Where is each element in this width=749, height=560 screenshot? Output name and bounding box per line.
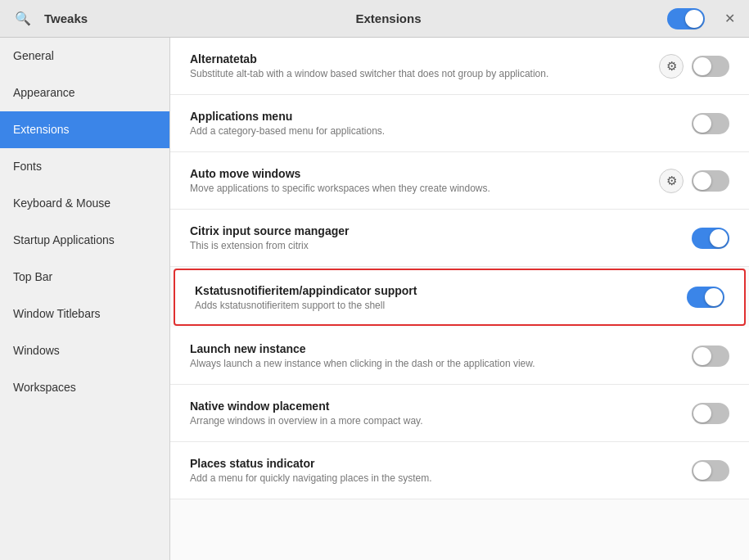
gear-icon: ⚙ — [666, 59, 677, 74]
ext-name-native-window-placement: Native window placement — [190, 400, 692, 413]
toggle-kstatusnotifier[interactable] — [687, 287, 724, 308]
ext-name-kstatusnotifier: Kstatusnotifieritem/appindicator support — [195, 284, 687, 297]
ext-desc-native-window-placement: Arrange windows in overview in a more co… — [190, 415, 692, 427]
gear-button-auto-move-windows[interactable]: ⚙ — [659, 169, 684, 193]
toggle-launch-new-instance[interactable] — [692, 345, 729, 367]
app-title: Tweaks — [44, 11, 110, 25]
sidebar-item-windows[interactable]: Windows — [0, 332, 169, 369]
ext-controls-launch-new-instance — [692, 345, 729, 367]
extension-row-native-window-placement: Native window placement Arrange windows … — [170, 385, 749, 442]
toggle-slider-citrix[interactable] — [692, 228, 729, 249]
content-area: Alternatetab Substitute alt-tab with a w… — [170, 38, 749, 560]
sidebar-item-appearance[interactable]: Appearance — [0, 75, 169, 111]
toggle-citrix[interactable] — [692, 228, 729, 249]
ext-desc-applications-menu: Add a category-based menu for applicatio… — [190, 125, 692, 137]
sidebar-item-extensions[interactable]: Extensions — [0, 111, 169, 148]
toggle-native-window-placement[interactable] — [692, 403, 729, 424]
sidebar-item-workspaces[interactable]: Workspaces — [0, 369, 169, 406]
page-title: Extensions — [118, 11, 659, 25]
toggle-slider-native-window-placement[interactable] — [692, 403, 729, 424]
ext-controls-applications-menu — [692, 113, 729, 134]
extension-row-auto-move-windows: Auto move windows Move applications to s… — [170, 152, 749, 210]
extension-row-alternatetab: Alternatetab Substitute alt-tab with a w… — [170, 38, 749, 95]
sidebar: General Appearance Extensions Fonts Keyb… — [0, 38, 170, 560]
extension-row-citrix: Citrix input source mangager This is ext… — [170, 210, 749, 267]
ext-name-places-status: Places status indicator — [190, 457, 692, 470]
header-toggle[interactable] — [667, 8, 705, 29]
ext-controls-native-window-placement — [692, 403, 729, 424]
sidebar-item-window-titlebars[interactable]: Window Titlebars — [0, 296, 169, 332]
header-toggle-slider[interactable] — [667, 8, 705, 29]
ext-info-native-window-placement: Native window placement Arrange windows … — [190, 400, 692, 427]
sidebar-item-fonts[interactable]: Fonts — [0, 148, 169, 185]
extension-row-places-status: Places status indicator Add a menu for q… — [170, 442, 749, 499]
ext-desc-auto-move-windows: Move applications to specific workspaces… — [190, 183, 659, 194]
toggle-places-status[interactable] — [692, 460, 729, 481]
ext-info-alternatetab: Alternatetab Substitute alt-tab with a w… — [190, 52, 659, 79]
ext-desc-places-status: Add a menu for quickly navigating places… — [190, 472, 692, 484]
sidebar-item-top-bar[interactable]: Top Bar — [0, 259, 169, 296]
ext-controls-alternatetab: ⚙ — [659, 54, 729, 79]
gear-button-alternatetab[interactable]: ⚙ — [659, 54, 684, 79]
ext-controls-citrix — [692, 228, 729, 249]
title-bar: 🔍 Tweaks Extensions ✕ — [0, 0, 749, 38]
ext-controls-places-status — [692, 460, 729, 481]
ext-desc-launch-new-instance: Always launch a new instance when clicki… — [190, 358, 692, 369]
ext-name-applications-menu: Applications menu — [190, 110, 692, 123]
ext-info-places-status: Places status indicator Add a menu for q… — [190, 457, 692, 484]
extension-row-kstatusnotifier: Kstatusnotifieritem/appindicator support… — [174, 269, 746, 326]
ext-controls-auto-move-windows: ⚙ — [659, 169, 729, 193]
toggle-slider-alternatetab[interactable] — [692, 56, 729, 77]
close-icon: ✕ — [724, 11, 735, 26]
toggle-slider-kstatusnotifier[interactable] — [687, 287, 724, 308]
ext-name-launch-new-instance: Launch new instance — [190, 342, 692, 355]
ext-name-auto-move-windows: Auto move windows — [190, 167, 659, 180]
toggle-slider-auto-move-windows[interactable] — [692, 170, 729, 192]
ext-info-kstatusnotifier: Kstatusnotifieritem/appindicator support… — [195, 284, 687, 311]
extension-row-launch-new-instance: Launch new instance Always launch a new … — [170, 327, 749, 385]
ext-name-citrix: Citrix input source mangager — [190, 224, 692, 237]
toggle-applications-menu[interactable] — [692, 113, 729, 134]
sidebar-item-general[interactable]: General — [0, 38, 169, 75]
ext-desc-kstatusnotifier: Adds kstatusnotifieritem support to the … — [195, 300, 687, 311]
ext-name-alternatetab: Alternatetab — [190, 52, 659, 65]
ext-desc-alternatetab: Substitute alt-tab with a window based s… — [190, 68, 659, 79]
ext-info-auto-move-windows: Auto move windows Move applications to s… — [190, 167, 659, 194]
extension-row-applications-menu: Applications menu Add a category-based m… — [170, 95, 749, 152]
ext-desc-citrix: This is extension from citrix — [190, 240, 692, 251]
toggle-slider-launch-new-instance[interactable] — [692, 345, 729, 367]
gear-icon: ⚙ — [666, 174, 677, 188]
ext-info-applications-menu: Applications menu Add a category-based m… — [190, 110, 692, 137]
toggle-auto-move-windows[interactable] — [692, 170, 729, 192]
ext-controls-kstatusnotifier — [687, 287, 724, 308]
ext-info-launch-new-instance: Launch new instance Always launch a new … — [190, 342, 692, 369]
toggle-slider-applications-menu[interactable] — [692, 113, 729, 134]
toggle-slider-places-status[interactable] — [692, 460, 729, 481]
ext-info-citrix: Citrix input source mangager This is ext… — [190, 224, 692, 251]
search-button[interactable]: 🔍 — [10, 6, 36, 32]
main-content: General Appearance Extensions Fonts Keyb… — [0, 38, 749, 560]
search-icon: 🔍 — [15, 11, 31, 26]
toggle-alternatetab[interactable] — [692, 56, 729, 77]
sidebar-item-startup-applications[interactable]: Startup Applications — [0, 222, 169, 259]
sidebar-item-keyboard-mouse[interactable]: Keyboard & Mouse — [0, 185, 169, 222]
close-button[interactable]: ✕ — [720, 9, 739, 29]
